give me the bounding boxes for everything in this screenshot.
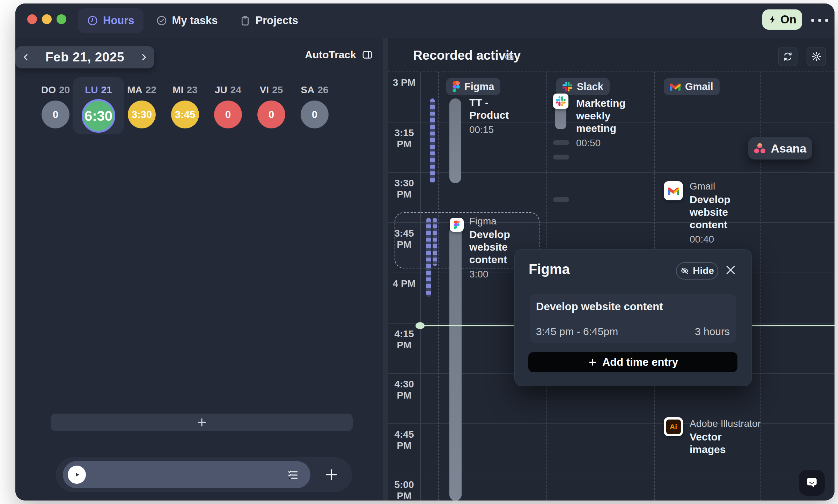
- suggested-time-range: 3:45 pm - 6:45pm: [536, 326, 618, 338]
- figma-usage-bar[interactable]: [449, 98, 461, 183]
- entry-duration: 00:15: [469, 124, 515, 135]
- day-ju-24[interactable]: JU24 0: [206, 84, 250, 128]
- day-number: 22: [146, 84, 156, 95]
- gmail-app-icon[interactable]: [664, 181, 683, 200]
- tracking-indicator-bar: [426, 218, 431, 297]
- task-list-icon[interactable]: [287, 469, 299, 482]
- hide-button-label: Hide: [693, 265, 714, 276]
- slack-usage-bar[interactable]: [555, 107, 566, 129]
- refresh-button[interactable]: [778, 47, 797, 66]
- entry-title: TT - Product: [469, 96, 513, 121]
- asana-chip[interactable]: Asana: [748, 137, 812, 160]
- clock-icon: [87, 15, 98, 26]
- day-do-20[interactable]: DO20 0: [34, 84, 77, 128]
- suggested-task: Develop website content: [536, 301, 663, 313]
- timer-input[interactable]: [63, 461, 310, 488]
- slack-app-icon[interactable]: [553, 94, 568, 109]
- close-popover-button[interactable]: [725, 264, 737, 276]
- slack-activity-blip: [553, 197, 569, 202]
- minimize-window-button[interactable]: [42, 14, 52, 24]
- illustrator-app-icon[interactable]: Ai: [664, 417, 683, 436]
- activity-entry-slack-meeting[interactable]: Marketing weekly meeting 00:50: [576, 97, 632, 149]
- entry-app-label: Gmail: [690, 181, 749, 192]
- entry-app-label: Figma: [469, 216, 529, 227]
- slack-activity-blip: [553, 155, 569, 160]
- app-window: Hours My tasks Projects On Feb 21, 2025: [15, 3, 835, 501]
- prev-day-button[interactable]: [15, 46, 36, 68]
- day-code: MA: [127, 84, 142, 95]
- add-entry-bar-button[interactable]: [51, 414, 353, 431]
- day-code: SA: [301, 84, 314, 95]
- lightning-bolt-icon: [768, 15, 777, 24]
- tracking-indicator-bar: [430, 98, 435, 183]
- gmail-chip[interactable]: Gmail: [664, 78, 720, 95]
- asana-icon: [754, 143, 766, 154]
- figma-usage-bar[interactable]: [449, 226, 462, 501]
- day-code: LU: [85, 84, 98, 95]
- tab-hours[interactable]: Hours: [78, 8, 144, 33]
- plus-icon: [324, 467, 339, 482]
- support-chat-button[interactable]: [799, 470, 825, 496]
- chevron-left-icon: [21, 53, 30, 62]
- gmail-icon: [670, 83, 681, 91]
- day-sa-26[interactable]: SA26 0: [293, 84, 336, 128]
- entry-app-label: Adobe Illustrator: [690, 418, 770, 429]
- hide-button[interactable]: Hide: [676, 262, 718, 280]
- date-navigator: Feb 21, 2025: [15, 46, 154, 68]
- tab-projects-label: Projects: [256, 14, 298, 27]
- plus-icon: [588, 357, 597, 367]
- day-total: 0: [225, 109, 231, 120]
- day-total-dial[interactable]: 0: [214, 101, 242, 128]
- new-timer-button[interactable]: [324, 467, 339, 483]
- gear-icon: [811, 51, 822, 62]
- slack-activity-blip: [553, 140, 569, 145]
- more-menu-icon[interactable]: [811, 19, 828, 22]
- visibility-eye-icon[interactable]: [504, 52, 514, 64]
- tab-my-tasks[interactable]: My tasks: [147, 8, 227, 33]
- add-time-entry-button[interactable]: Add time entry: [528, 352, 737, 372]
- start-timer-button[interactable]: [68, 466, 86, 484]
- eye-off-icon: [680, 266, 689, 275]
- timeline-top-border: [388, 72, 835, 73]
- day-number: 24: [230, 84, 241, 95]
- figma-activity-popover: Figma Hide Develop website content 3:45 …: [514, 249, 752, 386]
- day-total-dial[interactable]: 0: [301, 101, 329, 128]
- panel-divider: [383, 38, 388, 501]
- check-circle-icon: [156, 15, 167, 26]
- day-total-dial[interactable]: 3:30: [128, 101, 156, 128]
- main-nav: Hours My tasks Projects: [78, 8, 307, 33]
- asana-chip-label: Asana: [771, 142, 806, 155]
- day-mi-23[interactable]: MI23 3:45: [163, 84, 207, 128]
- day-total: 6:30: [84, 108, 112, 124]
- close-window-button[interactable]: [27, 14, 37, 24]
- figma-chip[interactable]: Figma: [446, 78, 500, 95]
- next-day-button[interactable]: [133, 46, 154, 68]
- autotrack-toggle[interactable]: On: [762, 9, 802, 30]
- entry-duration: 00:50: [576, 138, 632, 149]
- day-total-dial[interactable]: 0: [42, 101, 69, 128]
- tab-projects[interactable]: Projects: [230, 8, 307, 33]
- autotrack-panel-link[interactable]: AutoTrack: [305, 49, 373, 61]
- side-panel-icon: [362, 49, 373, 60]
- activity-entry-illustrator-vector[interactable]: Adobe Illustrator Vector images: [690, 418, 770, 456]
- slack-chip[interactable]: Slack: [556, 78, 610, 95]
- day-number: 23: [186, 84, 197, 95]
- day-lu-21-selected[interactable]: LU21 6:30: [77, 84, 120, 133]
- activity-entry-figma-tt-product[interactable]: TT - Product 00:15: [469, 96, 515, 135]
- day-total: 3:45: [175, 109, 195, 120]
- day-number: 26: [317, 84, 328, 95]
- activity-entry-gmail-develop[interactable]: Gmail Develop website content 00:40: [690, 181, 749, 245]
- figma-icon: [453, 81, 460, 92]
- settings-button[interactable]: [807, 47, 826, 66]
- figma-app-icon[interactable]: [450, 218, 464, 232]
- maximize-window-button[interactable]: [57, 14, 66, 24]
- gmail-chip-label: Gmail: [685, 81, 713, 92]
- chevron-right-icon: [139, 53, 148, 62]
- time-label: 4 PM: [388, 278, 420, 289]
- day-vi-25[interactable]: VI25 0: [250, 84, 293, 128]
- day-ma-22[interactable]: MA22 3:30: [120, 84, 163, 128]
- suggested-entry-card[interactable]: Develop website content 3:45 pm - 6:45pm…: [530, 294, 736, 343]
- day-total-dial[interactable]: 6:30: [82, 99, 115, 133]
- day-total-dial[interactable]: 0: [257, 101, 285, 128]
- day-total-dial[interactable]: 3:45: [171, 101, 199, 128]
